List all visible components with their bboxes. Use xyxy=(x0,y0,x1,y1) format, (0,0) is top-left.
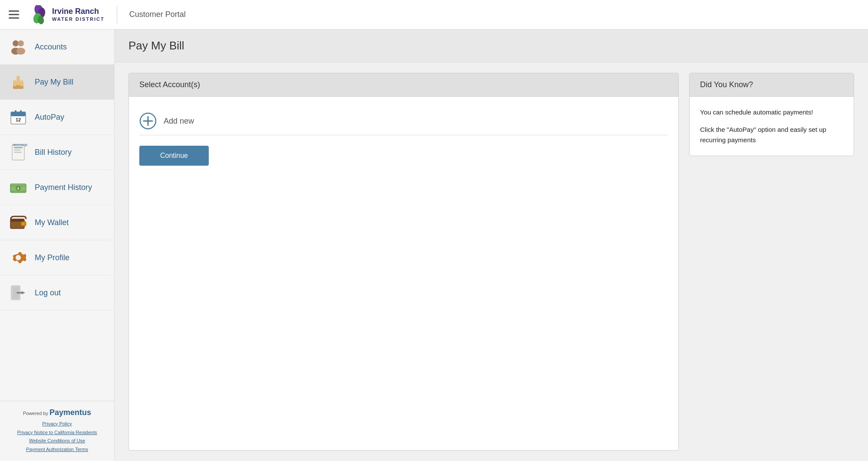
svg-rect-20 xyxy=(14,152,22,153)
sidebar-item-payment-history[interactable]: $ Payment History xyxy=(0,170,114,205)
privacy-notice-link[interactable]: Privacy Notice to California Residents xyxy=(7,428,107,437)
svg-point-31 xyxy=(16,255,21,260)
sidebar-item-log-out[interactable]: Log out xyxy=(0,275,114,311)
svg-rect-13 xyxy=(11,112,26,116)
svg-rect-9 xyxy=(16,76,20,85)
sidebar-item-accounts[interactable]: Accounts xyxy=(0,29,114,65)
page-title: Pay My Bill xyxy=(128,39,854,52)
my-wallet-icon xyxy=(9,213,28,232)
svg-rect-24 xyxy=(10,191,26,192)
svg-rect-19 xyxy=(14,150,21,150)
add-new-row[interactable]: Add new xyxy=(139,107,668,135)
portal-title: Customer Portal xyxy=(129,10,186,19)
svg-point-4 xyxy=(13,40,19,46)
main-layout: Accounts Pay My Bill xyxy=(0,29,868,461)
autopay-icon: 12 xyxy=(9,108,28,127)
app-header: Irvine Ranch WATER DISTRICT Customer Por… xyxy=(0,0,868,29)
sidebar-footer: Powered by Paymentus Privacy Policy Priv… xyxy=(0,401,114,461)
sidebar-item-accounts-label: Accounts xyxy=(35,43,67,52)
header-divider xyxy=(117,6,117,23)
sidebar-item-my-wallet[interactable]: My Wallet xyxy=(0,205,114,240)
logo-icon xyxy=(30,5,49,24)
page-title-bar: Pay My Bill xyxy=(115,29,868,62)
svg-rect-10 xyxy=(13,80,16,86)
logo: Irvine Ranch WATER DISTRICT xyxy=(30,5,105,24)
sidebar-item-bill-history-label: Bill History xyxy=(35,148,72,157)
side-card-body: You can schedule automatic payments! Cli… xyxy=(690,97,854,156)
sidebar-item-pay-my-bill-label: Pay My Bill xyxy=(35,78,73,87)
sidebar-item-my-profile[interactable]: My Profile xyxy=(0,240,114,275)
side-card: Did You Know? You can schedule automatic… xyxy=(689,73,854,156)
add-new-icon xyxy=(139,112,157,130)
log-out-icon xyxy=(9,283,28,302)
svg-rect-28 xyxy=(10,219,24,222)
logo-text: Irvine Ranch WATER DISTRICT xyxy=(52,7,105,22)
sidebar-item-autopay[interactable]: 12 AutoPay xyxy=(0,100,114,135)
content-area: Pay My Bill Select Account(s) Add new xyxy=(115,29,868,461)
my-profile-icon xyxy=(9,248,28,267)
svg-text:12: 12 xyxy=(16,117,21,122)
page-body: Select Account(s) Add new Continue xyxy=(115,62,868,461)
accounts-icon xyxy=(9,37,28,56)
payment-history-icon: $ xyxy=(9,178,28,197)
svg-text:INVOICES: INVOICES xyxy=(13,143,28,147)
svg-point-30 xyxy=(23,223,25,225)
svg-point-5 xyxy=(18,40,24,46)
sidebar-item-my-wallet-label: My Wallet xyxy=(35,218,69,227)
did-you-know-title: Did You Know? xyxy=(700,80,753,89)
main-card: Select Account(s) Add new Continue xyxy=(128,73,679,451)
menu-button[interactable] xyxy=(7,9,21,20)
continue-button[interactable]: Continue xyxy=(139,146,209,166)
paymentus-brand: Paymentus xyxy=(49,408,91,417)
sidebar-item-bill-history[interactable]: INVOICES Bill History xyxy=(0,135,114,170)
powered-by-text: Powered by Paymentus xyxy=(7,408,107,417)
sidebar-item-autopay-label: AutoPay xyxy=(35,113,64,122)
side-card-text-1: You can schedule automatic payments! xyxy=(700,107,843,118)
side-card-text-2: Click the "AutoPay" option and easily se… xyxy=(700,124,843,145)
svg-rect-18 xyxy=(14,147,23,148)
svg-point-7 xyxy=(16,48,25,55)
sidebar-nav: Accounts Pay My Bill xyxy=(0,29,114,401)
main-card-body: Add new Continue xyxy=(129,97,678,176)
sidebar-item-pay-my-bill[interactable]: Pay My Bill xyxy=(0,65,114,100)
pay-my-bill-icon xyxy=(9,72,28,92)
svg-rect-14 xyxy=(15,110,16,114)
svg-text:$: $ xyxy=(17,187,19,190)
sidebar-item-payment-history-label: Payment History xyxy=(35,183,92,192)
side-card-header: Did You Know? xyxy=(690,73,854,97)
sidebar: Accounts Pay My Bill xyxy=(0,29,115,461)
select-accounts-title: Select Account(s) xyxy=(139,80,200,89)
main-card-header: Select Account(s) xyxy=(129,73,678,97)
sidebar-item-my-profile-label: My Profile xyxy=(35,253,69,262)
svg-rect-11 xyxy=(20,80,23,86)
privacy-policy-link[interactable]: Privacy Policy xyxy=(7,420,107,428)
bill-history-icon: INVOICES xyxy=(9,143,28,162)
payment-auth-link[interactable]: Payment Authorization Terms xyxy=(7,445,107,454)
svg-rect-15 xyxy=(20,110,22,114)
website-conditions-link[interactable]: Website Conditions of Use xyxy=(7,437,107,445)
add-new-label: Add new xyxy=(164,117,194,126)
sidebar-item-log-out-label: Log out xyxy=(35,288,61,298)
